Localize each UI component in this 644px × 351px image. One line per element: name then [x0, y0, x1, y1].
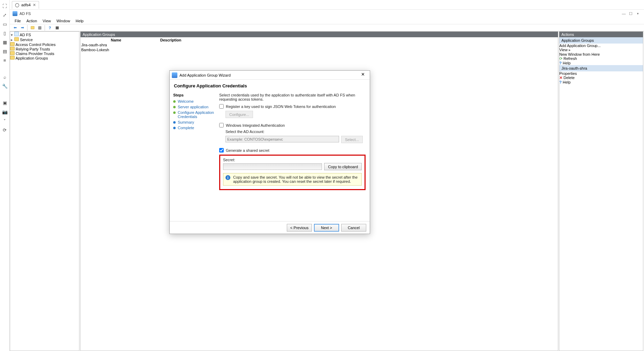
rail-settings-icon[interactable]: 🔧 — [2, 84, 7, 88]
label-secret: Secret: — [223, 158, 362, 162]
action-view[interactable]: View ▸ — [559, 48, 643, 52]
table-row[interactable]: Bamboo-Lokesh — [81, 48, 190, 52]
rail-grid2-icon[interactable]: ▤ — [2, 49, 7, 54]
step-label: Summary — [178, 120, 194, 124]
actions-group-selected-item: Jira-oauth-shra — [559, 65, 643, 71]
step-label: Complete — [178, 126, 194, 130]
next-button[interactable]: Next > — [314, 224, 339, 232]
action-label: Delete — [564, 76, 575, 80]
tab-adfs4[interactable]: ◯ adfs4 ✕ — [12, 1, 39, 9]
action-add-application-group[interactable]: Add Application Group... — [559, 44, 643, 48]
menu-window[interactable]: Window — [54, 18, 72, 24]
step-label: Configure Application Credentials — [178, 110, 214, 119]
window-maximize-button[interactable]: ☐ — [627, 11, 634, 16]
toolbar-up-button[interactable] — [29, 25, 36, 31]
action-new-window-from-here[interactable]: New Window from Here — [559, 52, 643, 56]
folder-icon — [10, 51, 15, 55]
menu-view[interactable]: View — [40, 18, 53, 24]
tree-pane: ▾ AD FS ▸ Service Access Control Policie… — [10, 31, 79, 351]
col-name[interactable]: Name — [81, 38, 151, 42]
rail-sync-icon[interactable]: ⟳ — [2, 127, 7, 132]
tree-item-access-control-policies[interactable]: Access Control Policies — [10, 42, 79, 47]
action-refresh[interactable]: ⟳ Refresh — [559, 56, 643, 61]
rail-grid-icon[interactable]: ▦ — [2, 40, 7, 45]
menu-help[interactable]: Help — [74, 18, 86, 24]
toolbar-back-button[interactable]: ⬅ — [12, 25, 18, 31]
rail-camera-icon[interactable]: 📷 — [2, 109, 7, 114]
action-delete[interactable]: ✕ Delete — [559, 76, 643, 80]
tree-item-claims-provider-trusts[interactable]: Claims Provider Trusts — [10, 51, 79, 56]
secret-value-field[interactable] — [223, 163, 322, 170]
action-help[interactable]: ? Help — [559, 61, 643, 65]
copy-to-clipboard-button[interactable]: Copy to clipboard — [324, 163, 362, 170]
tab-close-icon[interactable]: ✕ — [33, 3, 36, 7]
step-label: Server application — [178, 105, 208, 109]
col-description[interactable]: Description — [152, 38, 190, 42]
wizard-steps: Steps Welcome Server application Configu… — [170, 90, 218, 221]
previous-button[interactable]: < Previous — [287, 224, 312, 232]
checkbox-windows-integrated-auth-input[interactable] — [219, 123, 224, 127]
dialog-title: Add Application Group Wizard — [179, 73, 231, 77]
toolbar: ⬅ ➡ ▥ ? ▦ — [10, 24, 644, 31]
rail-split-h-icon[interactable]: ▭ — [2, 22, 7, 26]
tree-item-relying-party-trusts[interactable]: Relying Party Trusts — [10, 47, 79, 51]
menu-file[interactable]: File — [13, 18, 23, 24]
checkbox-label: Generate a shared secret — [226, 148, 269, 153]
checkbox-register-jwt-key-input[interactable] — [219, 104, 224, 109]
action-label: Add Application Group... — [559, 44, 601, 48]
rail-panel-icon[interactable]: ▣ — [2, 100, 7, 105]
tree-twisty-icon[interactable]: ▾ — [10, 33, 13, 37]
tree-root-label: AD FS — [20, 33, 31, 37]
tree-root[interactable]: ▾ AD FS — [10, 32, 79, 37]
cell-desc — [152, 48, 190, 52]
checkbox-generate-shared-secret[interactable]: Generate a shared secret — [219, 148, 366, 153]
menu-bar: File Action View Window Help — [10, 17, 644, 24]
action-label: New Window from Here — [559, 52, 600, 56]
toolbar-pane2-button[interactable]: ▦ — [54, 25, 60, 31]
rail-search-icon[interactable]: ⌕ — [2, 75, 7, 79]
toolbar-help-button[interactable]: ? — [47, 25, 53, 31]
rail-split-v-icon[interactable]: ▯ — [2, 31, 7, 36]
tree-item-application-groups[interactable]: Application Groups — [10, 56, 79, 60]
menu-action[interactable]: Action — [24, 18, 39, 24]
window-menu-button[interactable]: ▾ — [634, 12, 641, 15]
ad-account-input — [225, 136, 339, 142]
tree-twisty-icon[interactable]: ▸ — [10, 38, 13, 42]
folder-icon — [10, 47, 15, 50]
actions-pane: Actions Application Groups Add Applicati… — [559, 31, 643, 351]
action-label: View — [559, 48, 568, 52]
add-application-group-wizard-dialog: Add Application Group Wizard ✕ Configure… — [169, 70, 370, 234]
dialog-app-icon — [172, 72, 177, 78]
step-server-application[interactable]: Server application — [173, 105, 214, 109]
rail-list-icon[interactable]: ≡ — [2, 58, 7, 63]
label-select-ad-account: Select the AD Account: — [225, 130, 366, 134]
action-properties[interactable]: Properties — [559, 71, 643, 76]
tree-item-service[interactable]: ▸ Service — [10, 37, 79, 42]
dialog-close-button[interactable]: ✕ — [358, 72, 368, 79]
checkbox-register-jwt-key[interactable]: Register a key used to sign JSON Web Tok… — [219, 104, 366, 109]
toolbar-forward-button[interactable]: ➡ — [19, 25, 25, 31]
left-icon-rail: ⛶ ⤢ ▭ ▯ ▦ ▤ ≡ ⌕ 🔧 ▣ 📷 ˅ ⟳ — [0, 0, 10, 351]
table-row[interactable]: Jira-oauth-shra — [81, 43, 190, 47]
rail-down-icon[interactable]: ˅ — [2, 118, 7, 123]
folder-icon — [14, 37, 19, 41]
configure-button: Configure... — [225, 111, 253, 118]
action-label: Help — [563, 80, 571, 84]
checkbox-windows-integrated-auth[interactable]: Windows Integrated Authentication — [219, 123, 366, 127]
step-welcome[interactable]: Welcome — [173, 99, 214, 103]
wizard-description: Select credentials used by the applicati… — [219, 93, 366, 101]
checkbox-generate-shared-secret-input[interactable] — [219, 148, 224, 153]
tree-item-label: Application Groups — [15, 56, 48, 60]
step-label: Welcome — [178, 99, 194, 103]
window-minimize-button[interactable]: — — [620, 11, 627, 16]
dialog-titlebar[interactable]: Add Application Group Wizard ✕ — [170, 71, 370, 80]
toolbar-pane1-button[interactable]: ▥ — [37, 25, 43, 31]
step-configure-application-credentials[interactable]: Configure Application Credentials — [173, 110, 214, 119]
step-complete[interactable]: Complete — [173, 126, 214, 130]
cancel-button[interactable]: Cancel — [341, 224, 366, 232]
rail-maximize-icon[interactable]: ⛶ — [2, 3, 7, 8]
step-summary[interactable]: Summary — [173, 120, 214, 124]
rail-expand-icon[interactable]: ⤢ — [2, 13, 7, 17]
action-help-2[interactable]: ? Help — [559, 80, 643, 84]
window-titlebar: AD FS — ☐ ▾ — [10, 10, 644, 17]
